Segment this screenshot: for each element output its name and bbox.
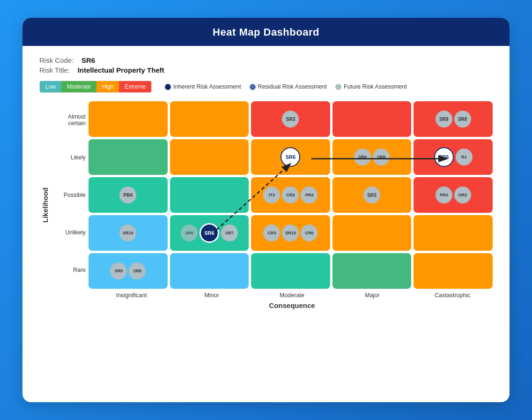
cell-0-2: SR3 (251, 101, 330, 137)
cell-3-0: SR10 (89, 215, 168, 251)
badge-sr3-0: SR3 (282, 111, 299, 128)
badge-pr4-2c: PR4 (436, 187, 452, 203)
badge-sr3-2: SR3 (363, 187, 380, 203)
row-label-1: Likely (51, 139, 86, 176)
header: Heat Map Dashboard (22, 18, 510, 46)
badge-sr7: SR7 (221, 225, 238, 241)
badge-r1: R1 (456, 149, 473, 165)
cell-2-4: PR4 OR2 (414, 177, 493, 213)
x-axis-labels: Insignificant Minor Moderate Major Casta… (91, 292, 493, 299)
badge-sr8-0: SR8 (454, 111, 471, 128)
color-legend: Low Moderate High Extreme (39, 81, 152, 93)
inherent-dot (165, 84, 171, 90)
row-label-3: Unlikely (51, 214, 86, 251)
x-label-4: Castastrophic (413, 292, 493, 299)
row-label-4: Rare (51, 251, 86, 289)
risk-title-label: Risk Title: (39, 66, 70, 74)
risk-title-row: Risk Title: Intellectual Property Theft (39, 66, 493, 74)
x-label-2: Moderate (252, 292, 332, 299)
residual-label: Residual Risk Assessment (258, 83, 327, 90)
badge-sr6-left: SR6 (181, 225, 198, 241)
x-label-3: Major (332, 292, 412, 299)
cell-1-4: SR6 R1 (414, 139, 493, 175)
x-label-1: Minor (171, 292, 251, 299)
cell-3-1: SR6 SR6 SR7 (170, 215, 249, 251)
residual-dot (250, 84, 256, 90)
grid-main: Almostcertain Likely Possible Unlikely R… (51, 101, 493, 289)
risk-code-label: Risk Code: (39, 56, 74, 64)
cell-1-2: SR6 (251, 139, 330, 175)
row-label-0: Almostcertain (51, 101, 86, 139)
row-labels: Almostcertain Likely Possible Unlikely R… (51, 101, 89, 289)
badge-sr10-3: SR10 (119, 225, 136, 241)
inherent-label: Inherent Risk Assessment (173, 83, 241, 90)
badge-sr10-3b: SR10 (282, 225, 299, 241)
cell-4-1 (170, 253, 249, 289)
badge-sr9-4: SR9 (110, 262, 127, 279)
cell-2-0: PR4 (89, 177, 168, 213)
cell-0-1 (170, 101, 249, 137)
legend-high: High (96, 81, 119, 92)
badge-sr9-1: SR9 (354, 149, 371, 165)
grid-wrapper: SR3 SR9 SR8 SR6 (89, 101, 493, 289)
heat-grid: SR3 SR9 SR8 SR6 (89, 101, 493, 289)
grid-container: Likelihood Almostcertain Likely Possible… (39, 101, 493, 309)
cell-3-4 (414, 215, 493, 251)
risk-info: Risk Code: SR6 Risk Title: Intellectual … (39, 56, 493, 74)
card: Heat Map Dashboard Risk Code: SR6 Risk T… (22, 18, 510, 402)
badge-sr8-4: SR8 (129, 262, 146, 279)
cell-1-0 (89, 139, 168, 175)
content: Risk Code: SR6 Risk Title: Intellectual … (22, 46, 510, 318)
risk-code-row: Risk Code: SR6 (39, 56, 493, 64)
legend-row: Low Moderate High Extreme Inherent Risk … (39, 81, 493, 93)
cell-3-3 (332, 215, 412, 251)
badge-sr6-future: SR6 (434, 147, 454, 167)
legend-future: Future Risk Assessment (335, 83, 407, 90)
cell-0-0 (89, 101, 168, 137)
legend-extreme: Extreme (119, 81, 151, 92)
badge-pr4-2: PR4 (119, 187, 136, 203)
cell-1-3: SR9 SR8 (332, 139, 412, 175)
legend-low: Low (40, 81, 61, 92)
badge-sr9-0: SR9 (436, 111, 452, 128)
badge-cr3-2: CR3 (282, 187, 299, 203)
legend-moderate: Moderate (61, 81, 96, 92)
legend-inherent: Inherent Risk Assessment (165, 83, 241, 90)
cell-4-4 (414, 253, 493, 289)
grid-and-x: Almostcertain Likely Possible Unlikely R… (51, 101, 493, 309)
x-axis-title: Consequence (91, 301, 493, 309)
cell-1-1 (170, 139, 249, 175)
cell-2-3: SR3 (332, 177, 412, 213)
cell-2-1 (170, 177, 249, 213)
badge-pr4-2b: PR4 (301, 187, 318, 203)
cell-4-3 (332, 253, 412, 289)
future-dot (335, 84, 341, 90)
badge-cr3-3: CR3 (263, 225, 280, 241)
y-axis-title: Likelihood (39, 101, 51, 309)
badge-or2: OR2 (454, 187, 471, 203)
header-title: Heat Map Dashboard (213, 26, 319, 38)
dot-legend: Inherent Risk Assessment Residual Risk A… (165, 83, 407, 90)
legend-residual: Residual Risk Assessment (250, 83, 327, 90)
cell-4-0: SR9 SR8 (89, 253, 168, 289)
x-label-0: Insignificant (91, 292, 171, 299)
cell-0-3 (332, 101, 412, 137)
badge-sr6-residual: SR6 (281, 147, 300, 167)
risk-title-value: Intellectual Property Theft (78, 66, 164, 74)
cell-0-4: SR9 SR8 (414, 101, 493, 137)
badge-it3: IT3 (263, 187, 280, 203)
row-label-2: Possible (51, 176, 86, 214)
badge-sr6-inherent: SR6 (200, 223, 219, 243)
badge-cr6: CR6 (301, 225, 318, 241)
future-label: Future Risk Assessment (344, 83, 407, 90)
cell-3-2: CR3 SR10 CR6 (251, 215, 330, 251)
cell-4-2 (251, 253, 330, 289)
risk-code-value: SR6 (81, 56, 95, 64)
cell-2-2: IT3 CR3 PR4 (251, 177, 330, 213)
badge-sr8-1: SR8 (373, 149, 390, 165)
